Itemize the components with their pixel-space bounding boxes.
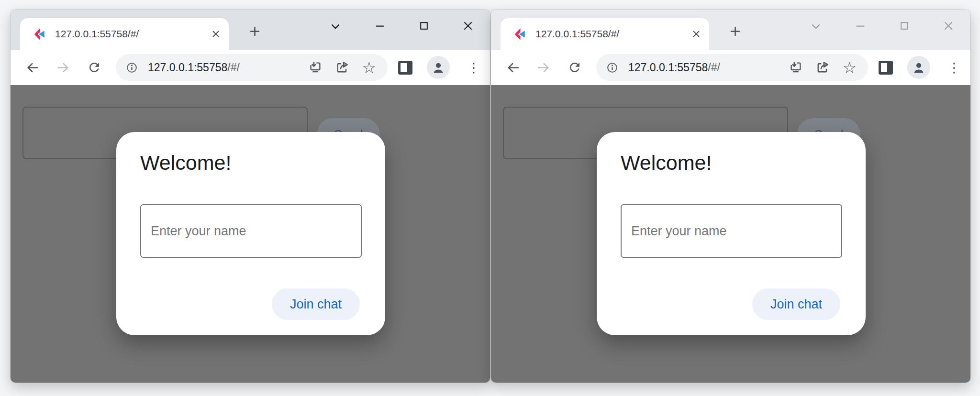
dialog-title: Welcome! — [140, 151, 231, 175]
side-panel-icon[interactable] — [879, 61, 893, 75]
tab-title: 127.0.0.1:55758/#/ — [55, 28, 209, 40]
browser-tab[interactable]: 127.0.0.1:55758/#/ — [20, 18, 229, 50]
profile-avatar[interactable] — [907, 56, 930, 79]
tab-search-chevron-icon[interactable] — [326, 17, 345, 35]
person-icon — [431, 60, 445, 75]
browser-menu-icon[interactable]: ⋮ — [945, 58, 964, 77]
back-button[interactable] — [503, 58, 523, 77]
share-icon[interactable] — [335, 60, 349, 75]
share-icon[interactable] — [815, 60, 830, 75]
welcome-dialog: Welcome! Join chat — [597, 132, 866, 335]
browser-menu-icon[interactable]: ⋮ — [464, 58, 483, 77]
window-maximize-button[interactable] — [895, 16, 914, 35]
forward-button — [53, 58, 72, 77]
dialog-title: Welcome! — [621, 151, 712, 175]
profile-avatar[interactable] — [427, 56, 450, 79]
page-info-icon[interactable] — [125, 61, 138, 74]
side-panel-pane — [401, 63, 407, 72]
side-panel-pane — [881, 63, 887, 72]
reload-button[interactable] — [565, 58, 584, 77]
join-chat-button[interactable]: Join chat — [752, 288, 840, 320]
name-input[interactable] — [621, 204, 842, 258]
url-host: 127.0.0.1:55758 — [628, 61, 708, 74]
tab-strip: 127.0.0.1:55758/#/ — [491, 10, 970, 50]
tab-search-chevron-icon[interactable] — [807, 17, 825, 35]
join-chat-button[interactable]: Join chat — [272, 288, 360, 320]
address-bar[interactable]: 127.0.0.1:55758/#/ ☆ — [596, 54, 868, 81]
forward-button — [534, 58, 553, 77]
back-button[interactable] — [23, 58, 42, 77]
side-panel-icon[interactable] — [398, 61, 412, 75]
url-host: 127.0.0.1:55758 — [148, 61, 227, 74]
tab-strip: 127.0.0.1:55758/#/ — [11, 10, 490, 50]
tab-close-icon[interactable] — [689, 27, 703, 41]
tab-title: 127.0.0.1:55758/#/ — [535, 28, 689, 40]
site-favicon-icon — [513, 28, 526, 41]
install-app-icon[interactable] — [789, 60, 803, 75]
person-icon — [912, 60, 926, 75]
site-favicon-icon — [33, 28, 45, 41]
page-content: Send Welcome! Join chat — [11, 85, 490, 383]
bookmark-star-icon[interactable]: ☆ — [362, 60, 376, 76]
window-maximize-button[interactable] — [414, 16, 434, 35]
window-close-button[interactable] — [939, 16, 958, 35]
welcome-dialog: Welcome! Join chat — [116, 132, 385, 335]
browser-tab[interactable]: 127.0.0.1:55758/#/ — [501, 18, 709, 50]
address-bar[interactable]: 127.0.0.1:55758/#/ ☆ — [116, 54, 388, 81]
tab-close-icon[interactable] — [209, 27, 223, 41]
window-minimize-button[interactable] — [851, 16, 870, 35]
browser-toolbar: 127.0.0.1:55758/#/ ☆ ⋮ — [11, 50, 490, 85]
install-app-icon[interactable] — [308, 60, 323, 75]
new-tab-button[interactable] — [245, 22, 264, 40]
browser-window-left: 127.0.0.1:55758/#/ — [11, 10, 490, 383]
url-text[interactable]: 127.0.0.1:55758/#/ — [628, 61, 789, 74]
url-path: /#/ — [708, 61, 720, 74]
window-minimize-button[interactable] — [370, 16, 390, 35]
bookmark-star-icon[interactable]: ☆ — [842, 60, 857, 76]
browser-window-right: 127.0.0.1:55758/#/ — [491, 10, 970, 383]
url-path: /#/ — [227, 61, 240, 74]
reload-button[interactable] — [85, 58, 104, 77]
name-input[interactable] — [140, 204, 362, 258]
url-text[interactable]: 127.0.0.1:55758/#/ — [148, 61, 308, 74]
window-close-button[interactable] — [458, 16, 478, 35]
new-tab-button[interactable] — [726, 22, 744, 40]
browser-toolbar: 127.0.0.1:55758/#/ ☆ ⋮ — [491, 50, 970, 85]
page-info-icon[interactable] — [606, 61, 619, 74]
page-content: Send Welcome! Join chat — [491, 85, 970, 383]
